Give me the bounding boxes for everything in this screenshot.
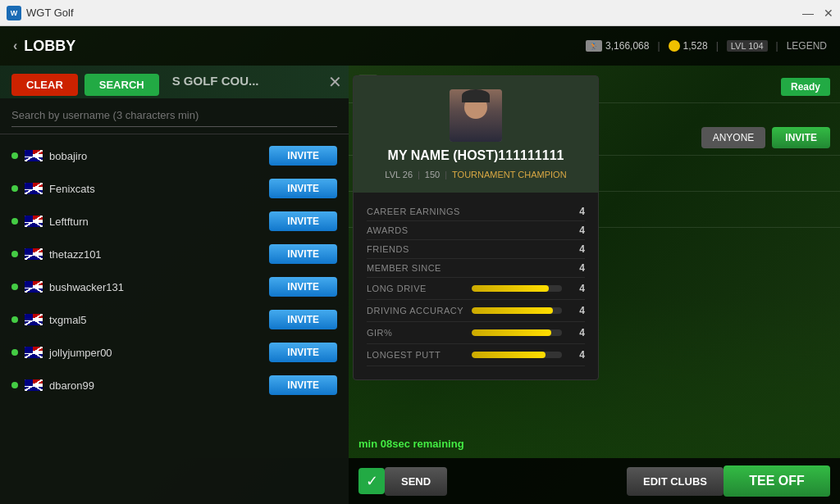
profile-name: MY NAME (HOST)111111111 bbox=[388, 148, 564, 163]
panel-buttons: CLEAR SEARCH S GOLF COU... bbox=[11, 74, 337, 96]
player-left: dbaron99 bbox=[11, 379, 94, 392]
stat-label: CAREER EARNINGS bbox=[367, 207, 460, 216]
player-name: Fenixcats bbox=[49, 183, 95, 195]
invite-button[interactable]: INVITE bbox=[269, 277, 337, 297]
player-name: bushwacker131 bbox=[49, 281, 124, 293]
anyone-button[interactable]: ANYONE bbox=[701, 127, 766, 148]
tee-off-button[interactable]: TEE OFF bbox=[724, 465, 830, 497]
close-button[interactable]: ✕ bbox=[824, 7, 833, 19]
profile-avatar-image bbox=[450, 89, 502, 142]
stat-bar-fill bbox=[472, 285, 549, 292]
profile-title: TOURNAMENT CHAMPION bbox=[452, 170, 567, 179]
invite-button[interactable]: INVITE bbox=[269, 244, 337, 264]
player-left: Leftfturn bbox=[11, 216, 89, 228]
slot1-actions: Ready bbox=[781, 79, 830, 93]
invite-button[interactable]: INVITE bbox=[269, 179, 337, 198]
player-row: Leftfturn INVITE bbox=[11, 207, 337, 236]
nav-bar: ‹ LOBBY 🏌 3,166,068 | 1,528 | LVL 104 | … bbox=[0, 26, 840, 66]
player-row: Fenixcats INVITE bbox=[11, 174, 337, 203]
bottom-bar: ✓ SEND EDIT CLUBS TEE OFF bbox=[349, 458, 840, 504]
flag-icon bbox=[25, 347, 43, 358]
title-bar: W WGT Golf — ✕ bbox=[0, 0, 840, 26]
profile-stats: CAREER EARNINGS 4 AWARDS 4 FRIENDS 4 MEM… bbox=[354, 193, 598, 366]
player-left: txgmal5 bbox=[11, 314, 87, 326]
ready-badge: Ready bbox=[781, 78, 830, 96]
minimize-button[interactable]: — bbox=[802, 7, 814, 19]
invite-button[interactable]: INVITE bbox=[269, 211, 337, 231]
game-area: ‹ LOBBY 🏌 3,166,068 | 1,528 | LVL 104 | … bbox=[0, 26, 840, 504]
stat-row: CAREER EARNINGS 4 bbox=[367, 202, 585, 221]
back-arrow[interactable]: ‹ bbox=[13, 39, 17, 53]
stat-bar-row: LONG DRIVE 4 bbox=[367, 278, 585, 300]
check-button[interactable]: ✓ bbox=[358, 468, 385, 494]
profile-sub: LVL 26 | 150 | TOURNAMENT CHAMPION bbox=[385, 170, 566, 179]
lobby-nav: ‹ LOBBY bbox=[13, 38, 75, 55]
stat-value: 4 bbox=[579, 225, 585, 236]
profile-avatar bbox=[450, 89, 502, 142]
lobby-label: LOBBY bbox=[24, 38, 75, 55]
stat-value: 4 bbox=[579, 206, 585, 217]
search-input[interactable] bbox=[11, 104, 337, 127]
stat-label: FRIENDS bbox=[367, 244, 409, 254]
coins-icon bbox=[669, 40, 680, 52]
timer-container: min 08sec remaining bbox=[358, 436, 464, 451]
stat-bar-value: 4 bbox=[568, 283, 585, 294]
player-row: dbaron99 INVITE bbox=[11, 370, 337, 400]
stat-row: AWARDS 4 bbox=[367, 221, 585, 240]
nav-divider-3: | bbox=[776, 40, 778, 52]
player-row: txgmal5 INVITE bbox=[11, 305, 337, 334]
stat-bar-row: DRIVING ACCURACY 4 bbox=[367, 300, 585, 322]
flag-icon bbox=[25, 281, 43, 293]
stat-value: 4 bbox=[579, 243, 585, 255]
stat-bar-container bbox=[472, 329, 562, 336]
app-logo: W bbox=[7, 6, 21, 20]
credits-value: 3,166,068 bbox=[605, 40, 649, 52]
player-row: bobajiro INVITE bbox=[11, 141, 337, 170]
stat-label: AWARDS bbox=[367, 225, 408, 235]
search-button[interactable]: SEARCH bbox=[84, 74, 159, 96]
slot2-actions: ANYONE INVITE bbox=[701, 127, 830, 148]
online-dot bbox=[11, 218, 18, 225]
invite-button[interactable]: INVITE bbox=[269, 375, 337, 395]
title-bar-controls: — ✕ bbox=[802, 7, 833, 19]
stat-bar-label: GIR% bbox=[367, 328, 465, 338]
coins-value: 1,528 bbox=[683, 40, 708, 52]
stat-bar-fill bbox=[472, 329, 551, 336]
stat-bar-row: GIR% 4 bbox=[367, 322, 585, 344]
stat-bar-row: LONGEST PUTT 4 bbox=[367, 344, 585, 366]
stat-bar-fill bbox=[472, 352, 546, 358]
course-title-text: S GOLF COU... bbox=[172, 74, 259, 96]
profile-popup: MY NAME (HOST)111111111 LVL 26 | 150 | T… bbox=[353, 75, 599, 380]
stat-bar-value: 4 bbox=[568, 305, 585, 316]
send-button[interactable]: SEND bbox=[385, 467, 447, 496]
stat-bar-container bbox=[472, 307, 562, 314]
stat-bar-value: 4 bbox=[568, 349, 585, 361]
invite-button[interactable]: INVITE bbox=[269, 310, 337, 329]
slot2-invite-button[interactable]: INVITE bbox=[772, 127, 830, 148]
stat-value: 4 bbox=[579, 262, 585, 274]
player-list: bobajiro INVITE Fenixcats INVITE Leftftu… bbox=[0, 134, 349, 406]
player-name: bobajiro bbox=[49, 150, 87, 162]
invite-button[interactable]: INVITE bbox=[269, 343, 337, 362]
stat-bar-value: 4 bbox=[568, 327, 585, 338]
credits-icon: 🏌 bbox=[586, 40, 602, 52]
profile-wgt: 150 bbox=[425, 170, 440, 179]
stat-bar-label: LONG DRIVE bbox=[367, 284, 465, 293]
stat-bar-container bbox=[472, 352, 562, 358]
online-dot bbox=[11, 251, 18, 257]
clear-button[interactable]: CLEAR bbox=[11, 74, 78, 96]
level-badge: LVL 104 bbox=[727, 40, 768, 52]
invite-button[interactable]: INVITE bbox=[269, 146, 337, 166]
online-dot bbox=[11, 349, 18, 356]
close-panel-button[interactable]: ✕ bbox=[328, 72, 342, 92]
player-left: thetazz101 bbox=[11, 248, 102, 261]
nav-divider-2: | bbox=[716, 40, 719, 52]
flag-icon bbox=[25, 183, 43, 194]
stat-bar-fill bbox=[472, 307, 553, 314]
edit-clubs-button[interactable]: EDIT CLUBS bbox=[627, 467, 724, 496]
coins-stat: 1,528 bbox=[669, 40, 708, 52]
player-row: jollyjumper00 INVITE bbox=[11, 338, 337, 367]
flag-icon bbox=[25, 314, 43, 325]
stat-row: FRIENDS 4 bbox=[367, 240, 585, 259]
online-dot bbox=[11, 316, 18, 323]
